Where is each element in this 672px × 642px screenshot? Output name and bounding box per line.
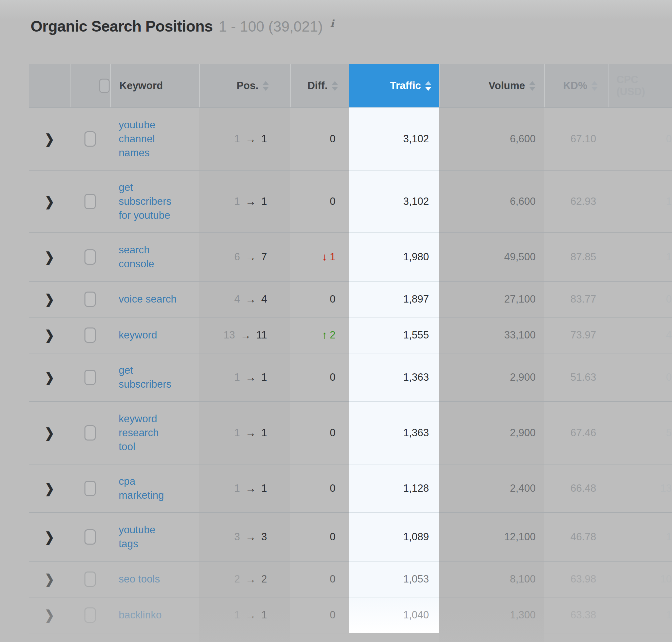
position-previous: 1 xyxy=(234,370,240,384)
position-arrow-icon: → xyxy=(245,370,256,384)
kd-cell: 66.48 xyxy=(544,464,608,512)
row-checkbox[interactable] xyxy=(85,328,96,343)
cpc-cell: 4.4 xyxy=(608,317,672,353)
position-arrow-icon: → xyxy=(245,132,256,146)
cpc-value: 0.6 xyxy=(666,292,672,306)
volume-value: 2,900 xyxy=(510,426,536,440)
expand-chevron-icon[interactable]: ❯ xyxy=(45,425,54,441)
row-checkbox[interactable] xyxy=(85,481,96,496)
expand-chevron-icon[interactable]: ❯ xyxy=(45,291,54,307)
volume-value: 49,500 xyxy=(504,250,536,264)
header-volume[interactable]: Volume xyxy=(439,64,544,107)
position-current: 11 xyxy=(256,328,267,342)
expand-cell: ❯ xyxy=(29,317,70,353)
expand-chevron-icon[interactable]: ❯ xyxy=(45,131,54,147)
cpc-cell: 1.0 xyxy=(608,170,672,232)
position-current: 7 xyxy=(261,250,267,264)
cpc-cell: 1.2 xyxy=(608,597,672,633)
position-current: 1 xyxy=(261,370,267,384)
row-checkbox[interactable] xyxy=(85,529,96,544)
row-checkbox[interactable] xyxy=(85,194,96,209)
expand-chevron-icon[interactable]: ❯ xyxy=(45,607,54,623)
expand-cell: ❯ xyxy=(29,464,70,512)
position-arrow-icon: → xyxy=(245,194,256,208)
expand-chevron-icon[interactable]: ❯ xyxy=(45,529,54,545)
kd-cell: 83.77 xyxy=(544,281,608,317)
volume-cell: 8,100 xyxy=(439,561,544,597)
sort-icon[interactable] xyxy=(425,81,432,91)
row-checkbox[interactable] xyxy=(85,131,96,146)
keyword-link[interactable]: seo tools xyxy=(119,572,160,586)
header-diff[interactable]: Diff. xyxy=(290,64,349,107)
keyword-link[interactable]: search console xyxy=(119,243,177,271)
traffic-cell: 1,363 xyxy=(349,401,439,464)
keyword-link[interactable]: get subscribers xyxy=(119,363,177,391)
row-checkbox[interactable] xyxy=(85,249,96,265)
sort-icon[interactable] xyxy=(591,81,598,91)
keyword-link[interactable]: keyword xyxy=(119,328,157,342)
row-checkbox[interactable] xyxy=(85,425,96,440)
traffic-value: 3,102 xyxy=(403,132,429,146)
cpc-value: 4.4 xyxy=(666,328,672,342)
header-cpc: CPC (USD) xyxy=(608,64,672,107)
traffic-value: 1,089 xyxy=(403,530,429,544)
keyword-cell: get subscribers xyxy=(110,353,199,401)
expand-chevron-icon[interactable]: ❯ xyxy=(45,480,54,496)
traffic-cell: 1,053 xyxy=(349,561,439,597)
table-row: ❯ seo tools 2 → 2 0 1,053 8,100 63.98 1 xyxy=(29,561,672,597)
diff-value: 0 xyxy=(330,194,335,208)
keyword-cell: search console xyxy=(110,232,199,281)
diff-cell: 0 xyxy=(290,401,349,464)
page-title: Organic Search Positions xyxy=(30,17,213,35)
sort-icon[interactable] xyxy=(529,81,536,91)
select-cell xyxy=(70,633,110,642)
header-pos[interactable]: Pos. xyxy=(199,64,290,107)
sort-icon[interactable] xyxy=(262,81,269,91)
table-body: ❯ youtube channel names 1 → 1 0 3,102 6,… xyxy=(29,107,672,642)
kd-cell: 67.46 xyxy=(544,401,608,464)
diff-cell: 0 xyxy=(290,170,349,232)
diff-value: 0 xyxy=(330,426,335,440)
expand-chevron-icon[interactable]: ❯ xyxy=(45,571,54,587)
header-kd[interactable]: KD% xyxy=(544,64,608,107)
info-icon[interactable]: i xyxy=(330,17,334,29)
keyword-link[interactable]: youtube channel names xyxy=(119,118,177,160)
row-checkbox[interactable] xyxy=(85,292,96,307)
expand-chevron-icon[interactable]: ❯ xyxy=(45,327,54,343)
keyword-link[interactable]: voice search xyxy=(119,292,177,306)
kd-value: 66.48 xyxy=(570,482,596,496)
expand-chevron-icon[interactable]: ❯ xyxy=(45,193,54,209)
keyword-link[interactable]: get subscribers for youtube xyxy=(119,181,177,222)
select-cell xyxy=(70,317,110,353)
diff-value: 0 xyxy=(330,482,335,496)
row-checkbox[interactable] xyxy=(85,572,96,587)
keyword-link[interactable]: keyword research tool xyxy=(119,412,177,454)
kd-value: 87.85 xyxy=(570,250,596,264)
row-checkbox[interactable] xyxy=(85,370,96,385)
traffic-cell: 1,089 xyxy=(349,512,439,561)
traffic-cell: 3,102 xyxy=(349,170,439,232)
keyword-link[interactable]: cpa marketing xyxy=(119,474,177,502)
traffic-value: 3,102 xyxy=(403,194,429,208)
expand-cell: ❯ xyxy=(29,170,70,232)
cpc-value: 1.1 xyxy=(666,530,672,544)
select-cell xyxy=(70,464,110,512)
expand-cell: ❯ xyxy=(29,107,70,170)
header-traffic-active-sort[interactable]: Traffic xyxy=(349,64,439,107)
position-current: 3 xyxy=(261,530,267,544)
keyword-link[interactable]: backlinko xyxy=(119,608,162,622)
kd-value: 67.46 xyxy=(570,426,596,440)
cpc-cell: 0.6 xyxy=(608,353,672,401)
expand-chevron-icon[interactable]: ❯ xyxy=(45,249,54,265)
keyword-link[interactable]: youtube tags xyxy=(119,523,177,551)
row-checkbox[interactable] xyxy=(85,607,96,623)
expand-chevron-icon[interactable]: ❯ xyxy=(45,369,54,385)
sort-icon[interactable] xyxy=(331,81,338,91)
expand-cell: ❯ xyxy=(29,401,70,464)
table-row: ❯ cpa marketing 1 → 1 0 1,128 2,400 66.4… xyxy=(29,464,672,512)
kd-cell: 73.97 xyxy=(544,317,608,353)
select-cell xyxy=(70,561,110,597)
diff-cell: ↓1 xyxy=(290,232,349,281)
position-cell: 1 → 1 xyxy=(199,170,290,232)
select-all-checkbox[interactable] xyxy=(99,79,110,93)
